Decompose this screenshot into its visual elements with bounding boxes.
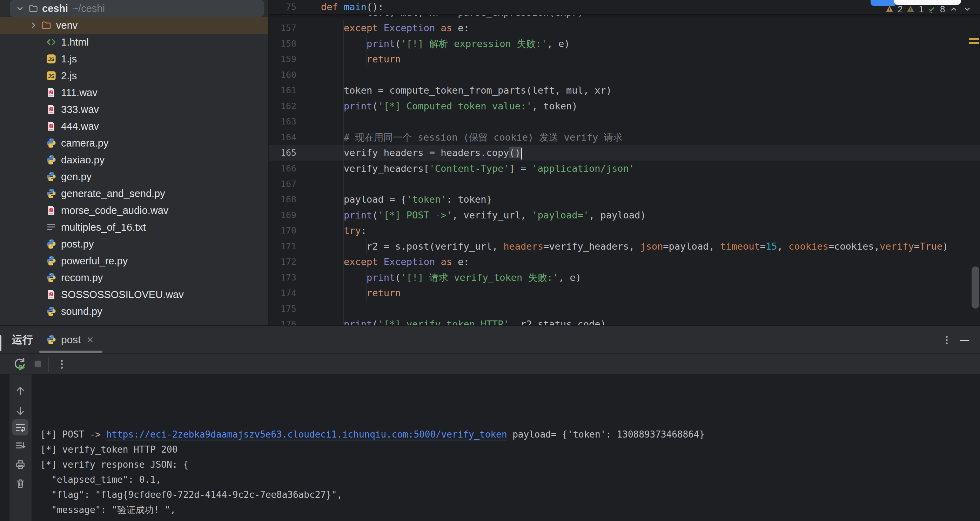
project-root-path: ~/ceshi [72, 3, 105, 14]
code-line-168[interactable]: 168 payload = {'token': token} [269, 192, 980, 207]
line-number: 160 [269, 67, 296, 83]
code-line-173[interactable]: 173 print('[!] 请求 verify_token 失败:', e) [269, 270, 980, 285]
rerun-icon[interactable] [12, 357, 27, 371]
code-line-172[interactable]: 172 except Exception as e: [269, 254, 980, 270]
stop-icon[interactable] [32, 358, 43, 370]
editor-scrollbar[interactable] [972, 267, 979, 308]
code-line-176[interactable]: 176 print('[*] verify_token HTTP', r2.st… [269, 317, 980, 326]
printer-icon[interactable] [14, 459, 26, 470]
tree-item-1-js[interactable]: JS1.js [0, 51, 268, 67]
tree-item-333-wav[interactable]: ♪WAV333.wav [0, 101, 268, 118]
line-number: 171 [269, 239, 296, 254]
tree-root-ceshi[interactable]: ceshi~/ceshi [0, 0, 268, 17]
code-line-169[interactable]: 169 print('[*] POST ->', verify_url, 'pa… [269, 208, 980, 223]
tree-item-111-wav[interactable]: ♪WAV111.wav [0, 84, 268, 101]
svg-text:♪: ♪ [50, 208, 52, 213]
tree-item-label: 1.js [61, 53, 77, 65]
arrow-down-icon[interactable] [14, 405, 26, 417]
code-line-166[interactable]: 166 verify_headers['Content-Type'] = 'ap… [269, 161, 980, 176]
tree-item-label: 333.wav [61, 104, 99, 115]
tree-item-444-wav[interactable]: ♪WAV444.wav [0, 118, 268, 135]
wav-icon: ♪WAV [46, 205, 57, 216]
tree-item-2-js[interactable]: JS2.js [0, 67, 268, 84]
trash-icon[interactable] [14, 478, 26, 489]
python-icon [46, 272, 57, 283]
tree-item-powerful-re-py[interactable]: powerful_re.py [0, 253, 268, 269]
line-number: 162 [269, 98, 296, 114]
run-header-actions [941, 333, 972, 347]
chevron-down-small-icon[interactable] [963, 4, 972, 14]
tree-item-venv[interactable]: venv [0, 17, 268, 34]
tree-item-sound-py[interactable]: sound.py [0, 303, 268, 320]
tree-item-camera-py[interactable]: camera.py [0, 135, 268, 151]
console-line: "message": "验证成功! ", [40, 502, 176, 518]
code-line-174[interactable]: 174 return [269, 285, 980, 301]
code-line-160[interactable]: 160 [269, 67, 980, 83]
tree-item-gen-py[interactable]: gen.py [0, 168, 268, 185]
indent-guide [366, 270, 366, 301]
tree-item-label: daxiao.py [61, 154, 105, 166]
code-line-165[interactable]: 165 verify_headers = headers.copy() [269, 145, 980, 160]
indent-guide [366, 238, 366, 254]
tree-item-sossossosiloveu-wav[interactable]: ♪WAVSOSSOSSOSILOVEU.wav [0, 286, 268, 303]
code-line-167[interactable]: 167 [269, 176, 980, 192]
code-line-162[interactable]: 162 print('[*] Computed token value:', t… [269, 98, 980, 114]
tree-item-multiples-of-16-txt[interactable]: multiples_of_16.txt [0, 219, 268, 236]
console-line: [*] verify_token HTTP 200 [40, 442, 178, 457]
minimize-icon[interactable] [958, 333, 972, 347]
svg-text:♪: ♪ [50, 107, 52, 111]
folder-icon [28, 3, 38, 14]
code-line-175[interactable]: 175 [269, 301, 980, 317]
tree-item-label: venv [56, 20, 78, 31]
code-line-157[interactable]: 157 except Exception as e: [269, 20, 980, 36]
tree-item-label: multiples_of_16.txt [61, 222, 146, 233]
run-tab-label: post [61, 334, 81, 346]
code-line-171[interactable]: 171 r2 = s.post(verify_url, headers=veri… [269, 239, 980, 254]
run-toolbar [0, 353, 980, 375]
kebab-icon[interactable] [56, 358, 68, 370]
soft-wrap-icon[interactable] [14, 421, 26, 434]
console-line: [*] verify response JSON: { [40, 457, 189, 472]
run-console[interactable]: [*] POST -> https://eci-2zebka9daamajszv… [0, 375, 980, 521]
console-line: "success": true [40, 518, 134, 521]
python-icon [46, 154, 57, 165]
chevron-right-icon [28, 20, 38, 30]
console-toolbar [10, 375, 32, 521]
typo-icon [928, 5, 936, 13]
tree-item-daxiao-py[interactable]: daxiao.py [0, 151, 268, 168]
code-line-159[interactable]: 159 return [269, 52, 980, 67]
wav-icon: ♪WAV [46, 289, 57, 300]
tree-item-generate-and-send-py[interactable]: generate_and_send.py [0, 185, 268, 202]
code-line-164[interactable]: 164 # 现在用同一个 session (保留 cookie) 发送 veri… [269, 130, 980, 145]
tree-item-label: 111.wav [61, 87, 97, 98]
notification-balloon-button[interactable] [870, 0, 897, 6]
code-line-161[interactable]: 161 token = compute_token_from_parts(lef… [269, 83, 980, 98]
tree-item-morse-code-audio-wav[interactable]: ♪WAVmorse_code_audio.wav [0, 202, 268, 219]
weak-warning-icon [906, 5, 915, 13]
console-url-link[interactable]: https://eci-2zebka9daamajszv5e63.cloudec… [106, 429, 507, 440]
svg-text:WAV: WAV [49, 111, 54, 114]
line-number: 75 [269, 0, 296, 14]
python-icon [46, 238, 57, 249]
code-line-170[interactable]: 170 try: [269, 223, 980, 238]
warning-stripe-mark[interactable] [969, 38, 979, 40]
run-tab-post[interactable]: post [46, 326, 95, 353]
arrow-up-icon[interactable] [14, 385, 26, 397]
tree-item-post-py[interactable]: post.py [0, 236, 268, 253]
tree-item-1-html[interactable]: 1.html [0, 34, 268, 51]
inspections-widget[interactable]: 218 [885, 4, 972, 14]
python-icon [46, 306, 57, 317]
code-line-163[interactable]: 163 [269, 114, 980, 129]
code-line-158[interactable]: 158 print('[!] 解析 expression 失败:', e) [269, 36, 980, 52]
tree-item-label: camera.py [61, 137, 108, 149]
chevron-up-small-icon[interactable] [949, 4, 959, 14]
close-tab-icon[interactable] [85, 335, 95, 345]
tree-item-label: morse_code_audio.wav [61, 205, 169, 216]
scroll-end-icon[interactable] [14, 440, 26, 452]
code-editor[interactable]: 156 left, mul, xr = parse_expression(exp… [269, 0, 980, 326]
tree-item-label: 1.html [61, 37, 89, 48]
kebab-icon[interactable] [941, 334, 953, 346]
folder-venv-icon [41, 20, 52, 31]
warning-stripe-mark[interactable] [969, 42, 979, 44]
tree-item-recom-py[interactable]: recom.py [0, 269, 268, 286]
